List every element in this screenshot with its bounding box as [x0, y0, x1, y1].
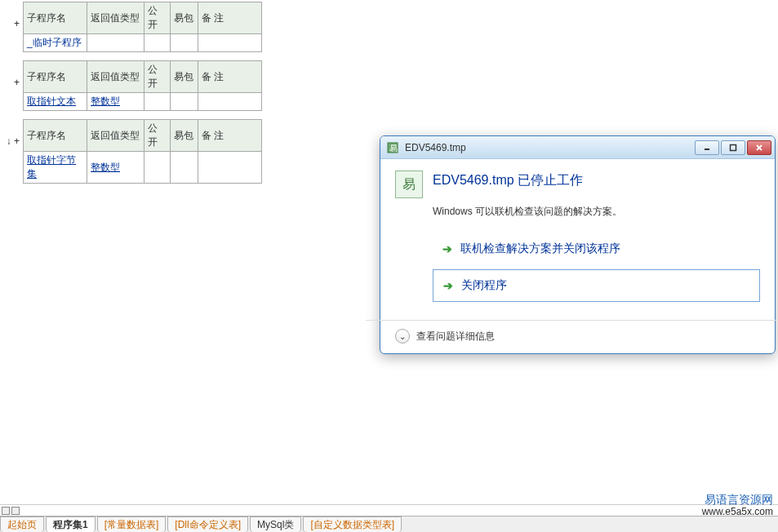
- minimize-button[interactable]: [695, 140, 719, 155]
- expand-marker[interactable]: ↓ +: [0, 119, 23, 147]
- chevron-down-icon: ⌄: [395, 329, 410, 344]
- svg-text:易: 易: [389, 144, 398, 153]
- error-dialog: 易 EDV5469.tmp 易 EDV5469.tmp 已停止工作 Window…: [380, 135, 776, 354]
- th-note: 备 注: [198, 120, 262, 152]
- cell-name[interactable]: _临时子程序: [24, 34, 87, 52]
- close-button[interactable]: [747, 140, 771, 155]
- tab-constants[interactable]: [常量数据表]: [97, 516, 167, 532]
- table-row[interactable]: 取指针文本 整数型: [24, 93, 262, 111]
- th-easy: 易包: [171, 120, 198, 152]
- th-pub: 公开: [144, 120, 171, 152]
- dialog-header: 易 EDV5469.tmp 已停止工作: [395, 171, 760, 198]
- tab-program-set[interactable]: 程序集1: [46, 516, 96, 532]
- app-icon: 易: [395, 171, 423, 198]
- arrow-icon: ➔: [442, 242, 452, 255]
- table-block-2: + 子程序名 返回值类型 公开 易包 备 注 取指针文本 整数型: [0, 60, 778, 111]
- th-note: 备 注: [198, 2, 262, 34]
- cell-pub[interactable]: [144, 34, 171, 52]
- option-close-program[interactable]: ➔ 关闭程序: [433, 269, 760, 302]
- th-ret: 返回值类型: [87, 2, 144, 34]
- tab-start[interactable]: 起始页: [0, 516, 44, 532]
- option-label: 联机检查解决方案并关闭该程序: [460, 242, 620, 256]
- ruler-box[interactable]: [11, 507, 20, 515]
- option-label: 关闭程序: [461, 278, 507, 293]
- dialog-body: 易 EDV5469.tmp 已停止工作 Windows 可以联机检查该问题的解决…: [380, 159, 775, 315]
- th-name: 子程序名: [24, 120, 87, 152]
- titlebar[interactable]: 易 EDV5469.tmp: [380, 136, 775, 159]
- ruler: [0, 504, 778, 516]
- tab-custom-types[interactable]: [自定义数据类型表]: [303, 516, 402, 532]
- details-label: 查看问题详细信息: [416, 330, 495, 344]
- dialog-subtitle: Windows 可以联机检查该问题的解决方案。: [433, 205, 760, 219]
- bottom-area: 易语言资源网 www.e5a5x.com 起始页 程序集1 [常量数据表] [D…: [0, 504, 778, 532]
- tab-mysql[interactable]: MySql类: [250, 516, 301, 532]
- dialog-title: EDV5469.tmp 已停止工作: [433, 171, 583, 198]
- table-block-1: + 子程序名 返回值类型 公开 易包 备 注 _临时子程序: [0, 2, 778, 52]
- watermark-url: www.e5a5x.com: [702, 506, 773, 517]
- th-ret: 返回值类型: [87, 61, 144, 93]
- subroutine-table: 子程序名 返回值类型 公开 易包 备 注 取指针字节集 整数型: [23, 119, 262, 184]
- cell-note[interactable]: [198, 93, 262, 111]
- cell-ret[interactable]: [87, 34, 144, 52]
- th-ret: 返回值类型: [87, 120, 144, 152]
- th-easy: 易包: [171, 2, 198, 34]
- cell-ret[interactable]: 整数型: [87, 152, 144, 184]
- options-list: ➔ 联机检查解决方案并关闭该程序 ➔ 关闭程序: [433, 233, 760, 302]
- tab-dll[interactable]: [Dll命令定义表]: [167, 516, 248, 532]
- th-name: 子程序名: [24, 2, 87, 34]
- th-pub: 公开: [144, 61, 171, 93]
- cell-name[interactable]: 取指针文本: [24, 93, 87, 111]
- watermark: 易语言资源网 www.e5a5x.com: [702, 494, 773, 517]
- table-row[interactable]: _临时子程序: [24, 34, 262, 52]
- window-buttons: [695, 140, 771, 155]
- window-icon: 易: [387, 141, 400, 154]
- subroutine-table: 子程序名 返回值类型 公开 易包 备 注 取指针文本 整数型: [23, 60, 262, 111]
- maximize-button[interactable]: [721, 140, 745, 155]
- svg-rect-3: [731, 144, 736, 150]
- expand-marker[interactable]: +: [0, 2, 23, 29]
- cell-easy[interactable]: [171, 34, 198, 52]
- th-note: 备 注: [198, 61, 262, 93]
- cell-pub[interactable]: [144, 93, 171, 111]
- window-title: EDV5469.tmp: [405, 142, 695, 153]
- cell-name[interactable]: 取指针字节集: [24, 152, 87, 184]
- arrow-icon: ➔: [443, 279, 453, 292]
- cell-note[interactable]: [198, 152, 262, 184]
- subroutine-table: 子程序名 返回值类型 公开 易包 备 注 _临时子程序: [23, 2, 262, 52]
- watermark-cn: 易语言资源网: [702, 494, 773, 506]
- ruler-box[interactable]: [2, 507, 10, 515]
- expand-marker[interactable]: +: [0, 60, 23, 88]
- cell-note[interactable]: [198, 34, 262, 52]
- table-row[interactable]: 取指针字节集 整数型: [24, 152, 262, 184]
- cell-easy[interactable]: [171, 152, 198, 184]
- option-check-online[interactable]: ➔ 联机检查解决方案并关闭该程序: [433, 233, 760, 264]
- tab-bar: 起始页 程序集1 [常量数据表] [Dll命令定义表] MySql类 [自定义数…: [0, 516, 778, 532]
- cell-pub[interactable]: [144, 152, 171, 184]
- cell-easy[interactable]: [171, 93, 198, 111]
- th-easy: 易包: [171, 61, 198, 93]
- th-pub: 公开: [144, 2, 171, 34]
- th-name: 子程序名: [24, 61, 87, 93]
- view-details[interactable]: ⌄ 查看问题详细信息: [380, 321, 775, 353]
- cell-ret[interactable]: 整数型: [87, 93, 144, 111]
